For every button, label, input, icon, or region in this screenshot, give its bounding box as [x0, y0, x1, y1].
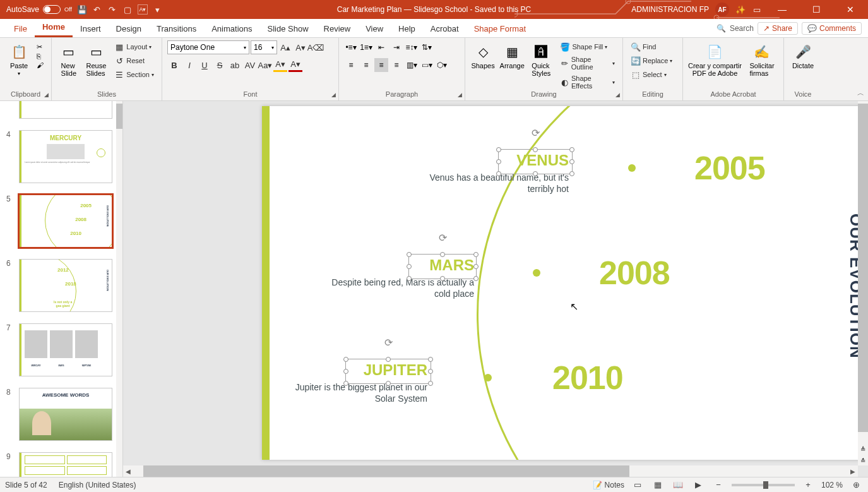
increase-font-icon[interactable]: A▴ — [278, 40, 292, 54]
rotate-handle-icon[interactable]: ⟳ — [439, 232, 447, 244]
tab-animations[interactable]: Animations — [204, 20, 259, 37]
replace-button[interactable]: 🔄Replace▾ — [628, 54, 675, 67]
slide-canvas[interactable]: 2005 2008 2010 ⟳ VENUS Venus has a beaut… — [262, 106, 868, 460]
shapes-button[interactable]: ◇Shapes — [470, 40, 496, 69]
find-button[interactable]: 🔍Find — [628, 40, 675, 53]
tab-view[interactable]: View — [358, 20, 391, 37]
align-left-button[interactable]: ≡ — [344, 58, 358, 72]
cut-icon[interactable]: ✂ — [37, 43, 44, 51]
section-button[interactable]: ☰Section▾ — [112, 68, 157, 81]
selection-box[interactable]: ⟳ — [498, 149, 573, 174]
slide-thumbnail-8[interactable]: AWESOME WORDS — [19, 388, 112, 441]
scroll-left-arrow[interactable]: ◀ — [123, 468, 133, 475]
rotate-handle-icon[interactable]: ⟳ — [532, 127, 540, 139]
selection-box[interactable]: ⟳ — [345, 359, 431, 384]
zoom-out-button[interactable]: − — [711, 479, 725, 491]
qat-customize-icon[interactable]: ▾ — [153, 4, 163, 15]
autosave-toggle[interactable]: AutoSave Off — [6, 5, 72, 14]
prev-slide-button[interactable]: ≜ — [858, 446, 868, 453]
copy-icon[interactable]: ⎘ — [37, 52, 44, 60]
align-right-button[interactable]: ≡ — [374, 58, 388, 72]
minimize-button[interactable]: — — [768, 0, 796, 19]
strikethrough-button[interactable]: S — [213, 58, 227, 72]
thumbnail-row[interactable]: 7 MERCURYMARSNEPTUNE — [6, 323, 116, 376]
shape-fill-button[interactable]: 🪣Shape Fill▾ — [557, 40, 617, 53]
columns-button[interactable]: ▥▾ — [405, 58, 419, 72]
align-text-button[interactable]: ▭▾ — [420, 58, 434, 72]
highlight-color-button[interactable]: A▾ — [273, 58, 287, 72]
italic-button[interactable]: I — [182, 58, 196, 72]
clipboard-launcher[interactable]: ◢ — [44, 92, 49, 98]
decrease-indent-button[interactable]: ⇤ — [374, 40, 388, 54]
char-spacing-button[interactable]: AV — [243, 58, 257, 72]
clear-formatting-icon[interactable]: A⌫ — [309, 40, 323, 54]
create-pdf-button[interactable]: 📄Crear y compartir PDF de Adobe — [688, 40, 742, 77]
text-direction-button[interactable]: ⇅▾ — [420, 40, 434, 54]
tab-transitions[interactable]: Transitions — [149, 20, 204, 37]
ribbon-display-icon[interactable]: ▭ — [752, 4, 762, 15]
smartart-button[interactable]: ⬡▾ — [435, 58, 449, 72]
maximize-button[interactable]: ☐ — [802, 0, 830, 19]
reuse-slides-button[interactable]: ▭Reuse Slides — [85, 40, 109, 77]
thumbnail-row[interactable]: 6 2012 2018 Is not only agas giant OUR E… — [6, 259, 116, 312]
numbering-button[interactable]: 1≡▾ — [359, 40, 373, 54]
share-button[interactable]: ↗Share — [758, 22, 798, 35]
selection-box[interactable]: ⟳ — [408, 254, 477, 279]
collapse-ribbon-button[interactable]: ︿ — [857, 88, 864, 98]
reset-button[interactable]: ↺Reset — [112, 54, 157, 67]
rotate-handle-icon[interactable]: ⟳ — [384, 337, 393, 349]
paragraph-launcher[interactable]: ◢ — [458, 92, 462, 98]
select-button[interactable]: ⬚Select▾ — [628, 68, 675, 81]
decrease-font-icon[interactable]: A▾ — [294, 40, 307, 54]
slide-thumbnail-6[interactable]: 2012 2018 Is not only agas giant OUR EVO… — [19, 259, 112, 312]
request-signatures-button[interactable]: ✍Solicitar firmas — [746, 40, 778, 77]
undo-icon[interactable]: ↶ — [92, 4, 102, 15]
dictate-button[interactable]: 🎤Dictate — [789, 40, 817, 69]
planet-desc-mars[interactable]: Despite being red, Mars is actually a co… — [323, 277, 474, 299]
zoom-slider[interactable] — [732, 484, 795, 486]
font-color-button[interactable]: A▾ — [288, 58, 302, 72]
thumbnail-row[interactable]: 9 — [6, 452, 116, 477]
font-launcher[interactable]: ◢ — [331, 92, 336, 98]
shadow-button[interactable]: ab — [228, 58, 242, 72]
shape-effects-button[interactable]: ◐Shape Effects▾ — [557, 73, 617, 91]
arrange-button[interactable]: ▦Arrange — [499, 40, 525, 69]
coming-soon-icon[interactable]: ✨ — [735, 4, 746, 15]
next-slide-button[interactable]: ≛ — [858, 457, 868, 464]
slide-thumbnail-9[interactable] — [19, 452, 112, 477]
notes-button[interactable]: 📝 Notes — [593, 481, 624, 489]
tab-review[interactable]: Review — [316, 20, 359, 37]
planet-desc-venus[interactable]: Venus has a beautiful name, but it's ter… — [417, 172, 569, 195]
slide-thumbnail-4[interactable] — [19, 101, 112, 119]
user-avatar[interactable]: AF — [715, 3, 729, 16]
planet-desc-jupiter[interactable]: Jupiter is the biggest planet in our Sol… — [276, 381, 427, 404]
search-box[interactable]: 🔍 Search — [716, 24, 754, 33]
close-button[interactable]: ✕ — [836, 0, 864, 19]
scroll-right-arrow[interactable]: ▶ — [848, 468, 858, 475]
fit-to-window-button[interactable]: ⊕ — [849, 479, 863, 491]
redo-icon[interactable]: ↷ — [107, 4, 117, 15]
justify-button[interactable]: ≡ — [389, 58, 403, 72]
bold-button[interactable]: B — [167, 58, 181, 72]
thumbnail-row[interactable]: 4 MERCURY Lorem ipsum dolor sit amet con… — [6, 130, 116, 183]
save-icon[interactable]: 💾 — [77, 4, 87, 15]
bullets-button[interactable]: •≡▾ — [344, 40, 358, 54]
zoom-level[interactable]: 102 % — [821, 481, 843, 489]
thumbnails-scrollbar[interactable] — [116, 101, 122, 477]
thumbnail-row[interactable]: 8 AWESOME WORDS — [6, 388, 116, 441]
horizontal-scrollbar[interactable]: ◀ ▶ — [123, 465, 858, 477]
font-name-combo[interactable]: Paytone One▾ — [167, 40, 249, 54]
increase-indent-button[interactable]: ⇥ — [389, 40, 403, 54]
language-indicator[interactable]: English (United States) — [59, 481, 136, 489]
thumbnail-row[interactable]: 4 — [6, 101, 116, 119]
quick-styles-button[interactable]: 🅰Quick Styles — [528, 40, 554, 77]
slide-thumbnail-4[interactable]: MERCURY Lorem ipsum dolor sit amet conse… — [19, 130, 112, 183]
reading-view-button[interactable]: 📖 — [671, 479, 685, 491]
tab-file[interactable]: File — [6, 20, 35, 37]
change-case-button[interactable]: Aa▾ — [258, 58, 272, 72]
format-painter-icon[interactable]: 🖌 — [37, 61, 44, 69]
slide-counter[interactable]: Slide 5 of 42 — [5, 481, 47, 489]
paste-button[interactable]: 📋 Paste▾ — [5, 40, 33, 76]
tab-home[interactable]: Home — [35, 18, 73, 37]
slideshow-view-button[interactable]: ▶ — [691, 479, 705, 491]
